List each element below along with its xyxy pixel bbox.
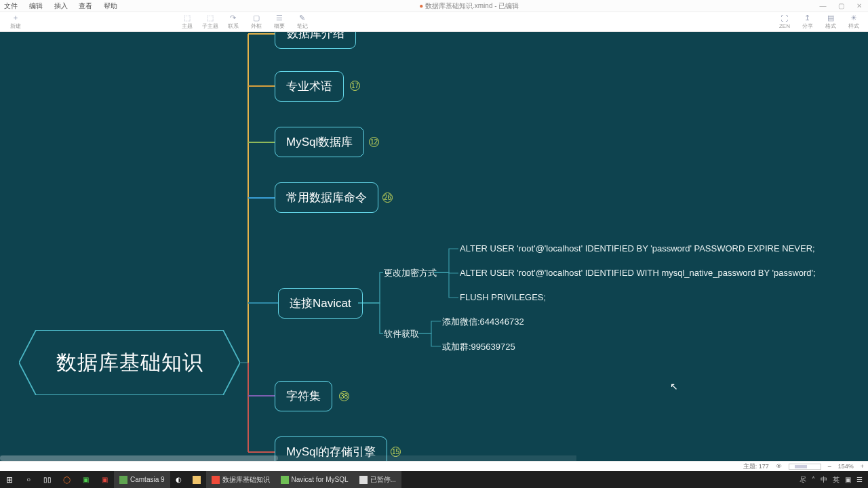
- child-count-badge[interactable]: 26: [382, 192, 393, 203]
- child-count-badge[interactable]: 17: [350, 81, 360, 91]
- zoom-in-button[interactable]: +: [861, 463, 864, 470]
- share-icon: ↥: [804, 14, 810, 22]
- tool-format[interactable]: ▤格式: [819, 12, 842, 32]
- ime-mode[interactable]: 英: [833, 475, 840, 485]
- tool-relation[interactable]: ↷联系: [222, 12, 245, 32]
- filename-status: - 已编辑: [492, 2, 519, 9]
- tool-note[interactable]: ✎笔记: [291, 12, 314, 32]
- window-controls: — ▢ ✕: [811, 2, 864, 9]
- node-db-intro[interactable]: 数据库介绍: [275, 32, 356, 49]
- zoom-out-button[interactable]: –: [828, 463, 831, 470]
- root-node[interactable]: 数据库基础知识: [19, 330, 240, 395]
- node-mysql[interactable]: MySql数据库: [275, 127, 364, 157]
- maximize-button[interactable]: ▢: [836, 2, 846, 9]
- tool-subtopic[interactable]: ⬚子主题: [199, 12, 222, 32]
- node-charset[interactable]: 字符集: [275, 381, 332, 411]
- ime-lang[interactable]: 中: [821, 475, 827, 485]
- taskbar-explorer[interactable]: [187, 471, 206, 488]
- toolbar: +新建 ⬚主题 ⬚子主题 ↷联系 ▢外框 ☰概要 ✎笔记 ⛶ZEN ↥分享 ▤格…: [0, 12, 868, 32]
- leaf-sql2[interactable]: ALTER USER 'root'@'localhost' IDENTIFIED…: [460, 268, 816, 278]
- tool-share[interactable]: ↥分享: [796, 12, 819, 32]
- menu-insert[interactable]: 插入: [54, 2, 68, 9]
- start-button[interactable]: ⊞: [0, 471, 19, 488]
- close-button[interactable]: ✕: [854, 2, 864, 9]
- taskbar-xmind[interactable]: 数据库基础知识: [206, 471, 275, 488]
- topic-icon: ⬚: [184, 14, 191, 22]
- taskbar-camtasia[interactable]: Camtasia 9: [114, 471, 170, 488]
- tool-theme[interactable]: ⬚主题: [176, 12, 199, 32]
- zoom-level: 154%: [838, 463, 854, 470]
- mindmap-canvas[interactable]: 数据库基础知识 数据库介绍 专业术语 17 MySql数据库 12 常用数据库命…: [0, 32, 868, 461]
- firefox-icon[interactable]: ◯: [57, 471, 76, 488]
- child-count-badge[interactable]: 12: [369, 137, 379, 147]
- tool-boundary[interactable]: ▢外框: [245, 12, 268, 32]
- taskview-button[interactable]: ▯▯: [38, 471, 57, 488]
- leaf-contact2[interactable]: 或加群:995639725: [442, 341, 515, 353]
- menu-file[interactable]: 文件: [4, 2, 18, 9]
- tool-summary[interactable]: ☰概要: [268, 12, 291, 32]
- menu-edit[interactable]: 编辑: [29, 2, 43, 9]
- app-statusbar: 主题: 177 👁 – 154% +: [0, 461, 868, 471]
- scrollbar-thumb[interactable]: [0, 455, 278, 461]
- child-count-badge[interactable]: 38: [339, 391, 349, 401]
- taskbar-paused[interactable]: 已暂停...: [354, 471, 401, 488]
- menu-help[interactable]: 帮助: [104, 2, 117, 9]
- node-label: 连接Navicat: [290, 296, 351, 311]
- app-icon-red[interactable]: ▣: [95, 471, 114, 488]
- summary-icon: ☰: [276, 14, 283, 22]
- action-center-icon[interactable]: ☰: [856, 476, 863, 483]
- search-button[interactable]: ○: [19, 471, 38, 488]
- format-icon: ▤: [827, 14, 834, 22]
- node-label: 数据库介绍: [287, 32, 344, 41]
- menu-view[interactable]: 查看: [79, 2, 92, 9]
- tool-zen[interactable]: ⛶ZEN: [773, 12, 796, 32]
- node-label: MySql数据库: [286, 134, 353, 150]
- tray-chevron-up-icon[interactable]: ˄: [812, 476, 815, 483]
- node-navicat[interactable]: 连接Navicat: [278, 288, 363, 319]
- plus-icon: +: [14, 14, 18, 22]
- tray-notify-icon[interactable]: 尽: [800, 475, 806, 485]
- leaf-sql1[interactable]: ALTER USER 'root'@'localhost' IDENTIFIED…: [460, 243, 815, 253]
- relation-icon: ↷: [230, 14, 236, 22]
- topic-count: 主题: 177: [743, 462, 769, 471]
- tool-create[interactable]: +新建: [4, 12, 27, 32]
- ime-keyboard-icon[interactable]: ▣: [845, 476, 851, 483]
- windows-taskbar: ⊞ ○ ▯▯ ◯ ▣ ▣ Camtasia 9 ◐ 数据库基础知识 Navica…: [0, 471, 868, 488]
- taskbar-chrome[interactable]: ◐: [170, 471, 187, 488]
- node-commands[interactable]: 常用数据库命令: [275, 182, 378, 213]
- taskbar-navicat[interactable]: Navicat for MySQL: [275, 471, 354, 488]
- fullscreen-icon: ⛶: [781, 15, 788, 22]
- node-label: 字符集: [286, 388, 321, 404]
- note-icon: ✎: [299, 14, 305, 22]
- menu-items: 文件 编辑 插入 查看 帮助: [4, 1, 127, 11]
- subtopic-icon: ⬚: [207, 14, 214, 22]
- window-title: ● 数据库基础知识.xmind - 已编辑: [419, 1, 519, 11]
- node-label: 专业术语: [286, 79, 332, 94]
- boundary-icon: ▢: [253, 14, 260, 22]
- tool-style[interactable]: ☀样式: [842, 12, 865, 32]
- node-label: 常用数据库命令: [286, 190, 367, 205]
- menu-bar: 文件 编辑 插入 查看 帮助 ● 数据库基础知识.xmind - 已编辑 — ▢…: [0, 0, 868, 12]
- leaf-sql3[interactable]: FLUSH PRIVILEGES;: [460, 292, 546, 302]
- style-icon: ☀: [850, 14, 857, 22]
- system-tray: 尽 ˄ 中 英 ▣ ☰: [794, 475, 868, 485]
- node-get-software[interactable]: 软件获取: [384, 328, 419, 340]
- visibility-icon[interactable]: 👁: [776, 463, 782, 470]
- minimize-button[interactable]: —: [818, 2, 827, 9]
- node-terms[interactable]: 专业术语: [275, 71, 344, 102]
- wechat-icon[interactable]: ▣: [76, 471, 95, 488]
- modified-indicator-icon: ●: [419, 2, 423, 9]
- leaf-contact1[interactable]: 添加微信:644346732: [442, 316, 524, 328]
- node-encrypt-method[interactable]: 更改加密方式: [384, 267, 437, 279]
- minimap[interactable]: [789, 464, 821, 470]
- root-node-label: 数据库基础知识: [19, 330, 240, 395]
- filename: 数据库基础知识.xmind: [425, 2, 492, 9]
- horizontal-scrollbar[interactable]: [0, 455, 576, 461]
